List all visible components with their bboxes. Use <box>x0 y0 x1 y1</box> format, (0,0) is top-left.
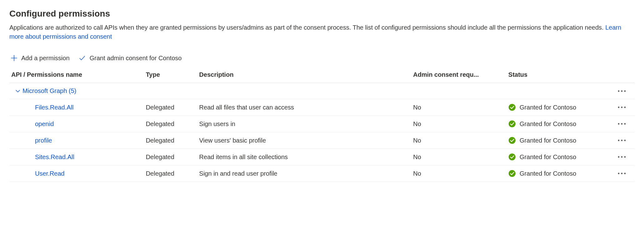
col-description[interactable]: Description <box>197 67 411 83</box>
api-group-row: Microsoft Graph (5) <box>9 83 635 99</box>
svg-point-19 <box>509 170 516 177</box>
permission-admin-consent-required: No <box>411 149 506 165</box>
table-row: Files.Read.All Delegated Read all files … <box>9 99 635 116</box>
permission-name-link[interactable]: Sites.Read.All <box>12 154 141 161</box>
permission-status: Granted for Contoso <box>508 104 606 111</box>
permission-type: Delegated <box>143 99 197 116</box>
col-api[interactable]: API / Permissions name <box>9 67 143 83</box>
permission-name-link[interactable]: profile <box>12 137 141 144</box>
more-icon <box>617 172 626 175</box>
col-type[interactable]: Type <box>143 67 197 83</box>
permission-status: Granted for Contoso <box>508 120 606 128</box>
permission-type: Delegated <box>143 132 197 149</box>
table-row: profile Delegated View users' basic prof… <box>9 132 635 149</box>
more-icon <box>617 123 626 125</box>
permission-status-text: Granted for Contoso <box>520 137 576 144</box>
group-more-button[interactable] <box>611 90 632 92</box>
svg-point-1 <box>621 90 622 92</box>
permission-status-text: Granted for Contoso <box>520 104 576 111</box>
grant-admin-consent-label: Grant admin consent for Contoso <box>90 55 182 62</box>
table-row: openid Delegated Sign users in No Grante… <box>9 116 635 132</box>
row-more-button[interactable] <box>611 106 632 109</box>
more-icon <box>617 156 626 158</box>
api-group-toggle[interactable]: Microsoft Graph (5) <box>12 87 606 95</box>
permission-description: Read all files that user can access <box>197 99 411 116</box>
svg-point-11 <box>509 137 516 144</box>
intro-text: Applications are authorized to call APIs… <box>9 23 635 41</box>
svg-point-20 <box>618 173 619 174</box>
row-more-button[interactable] <box>611 156 632 158</box>
table-row: Sites.Read.All Delegated Read items in a… <box>9 149 635 165</box>
svg-point-7 <box>509 120 516 127</box>
table-row: User.Read Delegated Sign in and read use… <box>9 165 635 182</box>
svg-point-10 <box>624 123 626 125</box>
table-header-row: API / Permissions name Type Description … <box>9 67 635 83</box>
more-icon <box>617 90 626 92</box>
svg-point-14 <box>624 140 626 141</box>
success-icon <box>508 120 516 128</box>
col-status[interactable]: Status <box>506 67 609 83</box>
permission-status: Granted for Contoso <box>508 153 606 161</box>
svg-point-16 <box>618 156 619 158</box>
col-actions <box>609 67 635 83</box>
permission-admin-consent-required: No <box>411 132 506 149</box>
svg-point-6 <box>624 107 626 108</box>
chevron-down-icon <box>15 88 21 94</box>
configured-permissions-panel: Configured permissions Applications are … <box>0 0 644 194</box>
svg-point-21 <box>621 173 622 174</box>
svg-point-12 <box>618 140 619 141</box>
api-group-label: Microsoft Graph (5) <box>23 87 76 95</box>
success-icon <box>508 104 516 111</box>
permission-type: Delegated <box>143 116 197 132</box>
add-permission-button[interactable]: Add a permission <box>11 55 70 62</box>
svg-point-3 <box>509 104 516 111</box>
permission-name-link[interactable]: openid <box>12 120 141 128</box>
permission-status-text: Granted for Contoso <box>520 120 576 128</box>
permission-description: Sign users in <box>197 116 411 132</box>
permission-status-text: Granted for Contoso <box>520 170 576 177</box>
svg-point-18 <box>624 156 626 158</box>
svg-point-15 <box>509 154 516 160</box>
permission-description: Read items in all site collections <box>197 149 411 165</box>
success-icon <box>508 170 516 177</box>
success-icon <box>508 137 516 144</box>
more-icon <box>617 106 626 109</box>
svg-point-5 <box>621 107 622 108</box>
intro-body: Applications are authorized to call APIs… <box>9 24 605 31</box>
permission-admin-consent-required: No <box>411 99 506 116</box>
svg-point-17 <box>621 156 622 158</box>
svg-point-13 <box>621 140 622 141</box>
permission-name-link[interactable]: Files.Read.All <box>12 104 141 111</box>
permission-name-link[interactable]: User.Read <box>12 170 141 177</box>
svg-point-9 <box>621 123 622 125</box>
permission-description: Sign in and read user profile <box>197 165 411 182</box>
permission-admin-consent-required: No <box>411 116 506 132</box>
svg-point-2 <box>624 90 626 92</box>
row-more-button[interactable] <box>611 172 632 175</box>
svg-point-22 <box>624 173 626 174</box>
svg-point-0 <box>618 90 619 92</box>
permission-status: Granted for Contoso <box>508 137 606 144</box>
permission-type: Delegated <box>143 165 197 182</box>
checkmark-icon <box>78 54 86 62</box>
more-icon <box>617 139 626 142</box>
permission-status-text: Granted for Contoso <box>520 154 576 161</box>
col-admin-consent-required[interactable]: Admin consent requ... <box>411 67 506 83</box>
row-more-button[interactable] <box>611 139 632 142</box>
page-title: Configured permissions <box>9 9 635 19</box>
permission-description: View users' basic profile <box>197 132 411 149</box>
permissions-table: API / Permissions name Type Description … <box>9 67 635 182</box>
row-more-button[interactable] <box>611 123 632 125</box>
success-icon <box>508 153 516 161</box>
add-permission-label: Add a permission <box>21 55 70 62</box>
svg-point-4 <box>618 107 619 108</box>
svg-point-8 <box>618 123 619 125</box>
plus-icon <box>11 55 18 61</box>
permission-status: Granted for Contoso <box>508 170 606 177</box>
grant-admin-consent-button[interactable]: Grant admin consent for Contoso <box>78 54 182 62</box>
permission-admin-consent-required: No <box>411 165 506 182</box>
permission-type: Delegated <box>143 149 197 165</box>
toolbar: Add a permission Grant admin consent for… <box>11 54 635 62</box>
